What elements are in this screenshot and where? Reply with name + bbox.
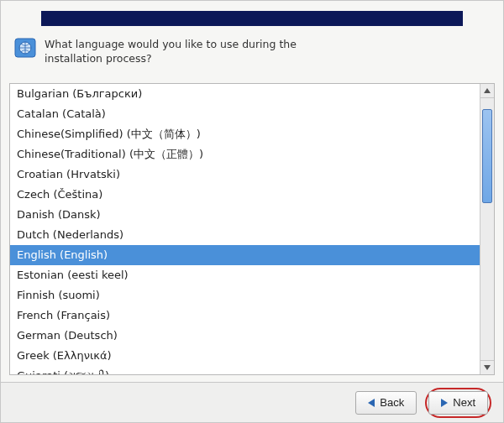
scroll-down-button[interactable] — [480, 360, 494, 374]
language-option[interactable]: Finnish (suomi) — [10, 285, 480, 306]
scrollbar[interactable] — [480, 84, 494, 374]
language-option[interactable]: Greek (Ελληνικά) — [10, 346, 480, 366]
next-button[interactable]: Next — [428, 391, 488, 415]
language-option[interactable]: Estonian (eesti keel) — [10, 265, 480, 285]
chevron-up-icon — [484, 88, 491, 93]
language-list-container: Bulgarian (Български)Catalan (Català)Chi… — [9, 83, 495, 375]
scrollbar-thumb[interactable] — [482, 109, 492, 203]
language-option[interactable]: Chinese(Simplified) (中文（简体）) — [10, 124, 480, 144]
language-option[interactable]: English (English) — [10, 245, 480, 265]
installer-window: What language would you like to use duri… — [0, 0, 504, 423]
language-option[interactable]: French (Français) — [10, 306, 480, 326]
arrow-right-icon — [441, 399, 448, 407]
scroll-up-button[interactable] — [480, 84, 494, 98]
language-option[interactable]: Danish (Dansk) — [10, 205, 480, 225]
header-line2: installation process? — [45, 52, 297, 66]
back-button-label: Back — [380, 396, 404, 409]
language-option[interactable]: Chinese(Traditional) (中文（正體）) — [10, 144, 480, 164]
footer: Back Next — [1, 382, 503, 422]
language-flag-icon — [14, 38, 36, 58]
language-option[interactable]: Bulgarian (Български) — [10, 84, 480, 104]
language-option[interactable]: Catalan (Català) — [10, 104, 480, 124]
chevron-down-icon — [484, 365, 491, 370]
title-bar — [41, 11, 463, 26]
language-list[interactable]: Bulgarian (Български)Catalan (Català)Chi… — [10, 84, 480, 374]
language-option[interactable]: Czech (Čeština) — [10, 185, 480, 205]
header-line1: What language would you like to use duri… — [45, 38, 297, 52]
language-option[interactable]: German (Deutsch) — [10, 326, 480, 346]
back-button[interactable]: Back — [355, 391, 417, 415]
language-option[interactable]: Gujarati (ગુજરાતી) — [10, 366, 480, 374]
header: What language would you like to use duri… — [14, 38, 490, 71]
language-option[interactable]: Dutch (Nederlands) — [10, 225, 480, 245]
language-option[interactable]: Croatian (Hrvatski) — [10, 164, 480, 185]
arrow-left-icon — [368, 399, 375, 407]
next-button-label: Next — [453, 396, 475, 409]
header-question: What language would you like to use duri… — [45, 38, 297, 66]
next-button-highlight: Next — [425, 388, 491, 418]
